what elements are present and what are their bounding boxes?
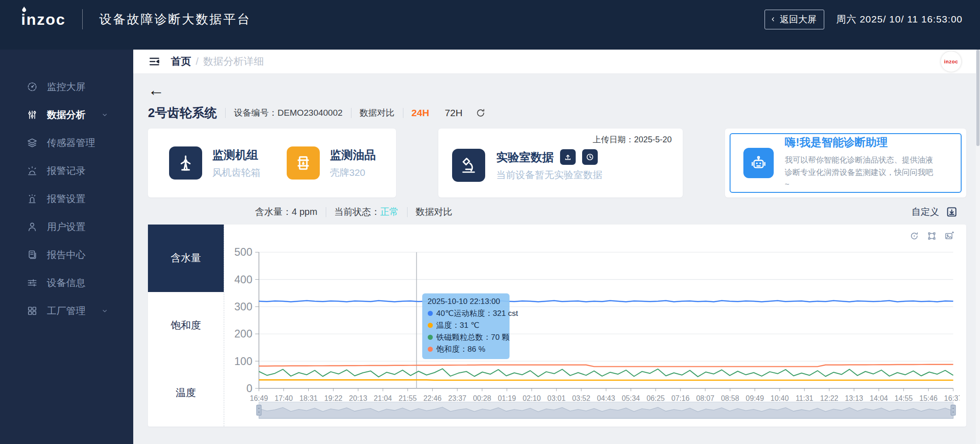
- svg-text:23:37: 23:37: [448, 394, 466, 402]
- tab-temperature[interactable]: 温度: [148, 359, 224, 427]
- sidebar-item-alarm-records[interactable]: 报警记录: [0, 157, 133, 185]
- monitor-oil-subtitle: 壳牌320: [330, 166, 376, 179]
- monitor-card: 监测机组 风机齿轮箱 监测油品 壳牌320: [148, 129, 396, 197]
- back-arrow-button[interactable]: ←: [148, 82, 168, 98]
- lab-data-card: 上传日期：2025-5-20 实验室数据: [438, 129, 683, 197]
- data-compare-link[interactable]: 数据对比: [360, 107, 395, 119]
- device-title: 2号齿轮系统: [148, 105, 217, 121]
- restore-icon[interactable]: [909, 231, 919, 241]
- svg-text:500: 500: [234, 246, 252, 258]
- oil-barrel-icon: [287, 146, 320, 180]
- sidebar-item-alarm-settings[interactable]: 报警设置: [0, 185, 133, 213]
- upload-icon[interactable]: [560, 149, 576, 165]
- svg-text:15:46: 15:46: [919, 394, 938, 402]
- report-icon: [27, 249, 38, 260]
- download-icon[interactable]: [946, 206, 958, 218]
- range-72h-toggle[interactable]: 72H: [445, 107, 463, 118]
- avatar[interactable]: inzoc: [940, 51, 962, 72]
- divider: [225, 108, 226, 118]
- compare-link[interactable]: 数据对比: [416, 206, 453, 218]
- monitor-unit-subtitle: 风机齿轮箱: [212, 166, 261, 179]
- svg-text:300: 300: [234, 301, 252, 313]
- robot-icon: [743, 148, 774, 178]
- range-24h-toggle[interactable]: 24H: [412, 107, 430, 118]
- svg-text:17:40: 17:40: [275, 394, 293, 402]
- svg-text:0: 0: [246, 382, 252, 394]
- sidebar-item-monitor-screen[interactable]: 监控大屏: [0, 73, 133, 101]
- svg-text:06:25: 06:25: [646, 394, 665, 402]
- chevron-down-icon: [101, 307, 108, 315]
- svg-text:18:31: 18:31: [300, 394, 318, 402]
- custom-label[interactable]: 自定义: [912, 206, 939, 218]
- layers-icon: [27, 137, 38, 148]
- microscope-icon: [452, 149, 485, 182]
- divider: [326, 207, 326, 217]
- assistant-desc: 我可以帮你智能化诊断油品状态、提供油液诊断专业化润滑设备监测建议，快问问我吧~: [785, 154, 936, 191]
- svg-text:03:52: 03:52: [572, 394, 590, 402]
- device-no: 设备编号：DEMO23040002: [234, 107, 343, 119]
- svg-text:20:13: 20:13: [349, 394, 368, 402]
- chart-plot-area: 010020030040050016:4917:4018:3119:2220:1…: [224, 225, 966, 427]
- app-title: 设备故障诊断大数据平台: [99, 11, 251, 28]
- top-header: inzoc 设备故障诊断大数据平台 返回大屏 周六 2025/ 10/ 11 1…: [0, 0, 980, 50]
- svg-text:02:10: 02:10: [522, 394, 541, 402]
- alarm-icon: [27, 165, 38, 176]
- divider: [407, 207, 408, 217]
- lab-subtitle: 当前设备暂无实验室数据: [496, 169, 602, 181]
- svg-text:14:04: 14:04: [870, 394, 888, 402]
- chart-tabs: 含水量 饱和度 温度: [148, 225, 224, 427]
- divider: [351, 108, 351, 118]
- sidebar-item-factory-management[interactable]: 工厂管理: [0, 297, 133, 325]
- svg-text:11:31: 11:31: [796, 394, 814, 402]
- tab-saturation[interactable]: 饱和度: [148, 292, 224, 360]
- wind-turbine-icon: [169, 146, 202, 180]
- svg-text:00:28: 00:28: [473, 394, 491, 402]
- svg-text:13:13: 13:13: [845, 394, 863, 402]
- svg-text:12:22: 12:22: [820, 394, 838, 402]
- svg-text:22:46: 22:46: [424, 394, 442, 402]
- logo-text: inzoc: [21, 11, 66, 28]
- svg-text:400: 400: [234, 274, 252, 286]
- return-big-screen-button[interactable]: 返回大屏: [765, 10, 824, 29]
- svg-text:200: 200: [234, 328, 252, 340]
- sidebar-item-device-info[interactable]: 设备信息: [0, 269, 133, 297]
- sidebar-item-data-analysis[interactable]: 数据分析: [0, 101, 133, 129]
- sidebar-item-sensor-management[interactable]: 传感器管理: [0, 129, 133, 157]
- header-divider: [82, 9, 83, 29]
- user-icon: [27, 221, 38, 232]
- history-icon[interactable]: [582, 149, 598, 165]
- grid-icon: [27, 305, 38, 316]
- scrollbar-thumb[interactable]: [976, 50, 980, 146]
- tab-water-content[interactable]: 含水量: [148, 225, 224, 292]
- svg-text:16:49: 16:49: [250, 394, 268, 402]
- svg-text:07:16: 07:16: [671, 394, 690, 402]
- refresh-icon[interactable]: [476, 108, 486, 118]
- svg-text:10:40: 10:40: [770, 394, 789, 402]
- dashboard-icon: [27, 81, 38, 92]
- siren-icon: [27, 193, 38, 204]
- assistant-title: 嗨!我是智能诊断助理: [785, 135, 936, 150]
- sidebar-item-user-settings[interactable]: 用户设置: [0, 213, 133, 241]
- app-logo: inzoc: [21, 11, 66, 28]
- breadcrumb: 首页 / 数据分析详细 inzoc: [133, 50, 980, 73]
- header-datetime: 周六 2025/ 10/ 11 16:53:00: [836, 13, 963, 26]
- assistant-entry[interactable]: 嗨!我是智能诊断助理 我可以帮你智能化诊断油品状态、提供油液诊断专业化润滑设备监…: [730, 133, 962, 193]
- svg-text:21:55: 21:55: [399, 394, 417, 402]
- sidebar-item-report-center[interactable]: 报告中心: [0, 241, 133, 269]
- save-image-icon[interactable]: [944, 231, 954, 241]
- scrollbar[interactable]: [976, 50, 980, 444]
- svg-text:21:04: 21:04: [374, 394, 392, 402]
- line-chart-with-datazoom[interactable]: 010020030040050016:4917:4018:3119:2220:1…: [227, 246, 960, 420]
- trend-chart-panel: 含水量 饱和度 温度: [148, 225, 966, 427]
- svg-text:16:37: 16:37: [944, 394, 960, 402]
- upload-date: 上传日期：2025-5-20: [452, 134, 672, 145]
- divider: [403, 108, 403, 118]
- water-content: 含水量：4 ppm: [255, 206, 317, 218]
- breadcrumb-home[interactable]: 首页: [171, 55, 191, 68]
- data-zoom-select-icon[interactable]: [927, 231, 937, 241]
- analysis-icon: [27, 109, 38, 120]
- monitor-oil-group: 监测油品 壳牌320: [287, 146, 392, 180]
- svg-text:01:19: 01:19: [498, 394, 516, 402]
- svg-text:03:01: 03:01: [547, 394, 566, 402]
- collapse-menu-icon[interactable]: [148, 55, 161, 68]
